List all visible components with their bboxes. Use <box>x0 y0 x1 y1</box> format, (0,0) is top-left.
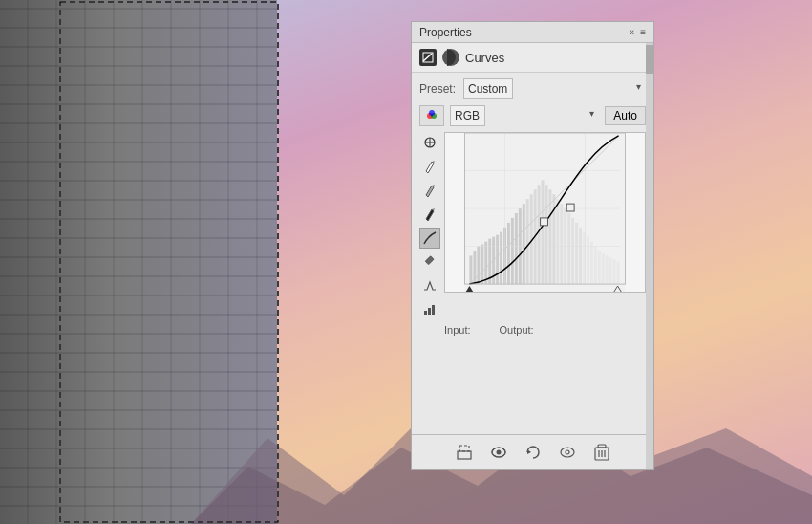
svg-rect-48 <box>587 237 589 284</box>
svg-rect-24 <box>496 235 499 284</box>
curve-control-point-lower[interactable] <box>566 204 574 211</box>
svg-rect-15 <box>432 305 435 315</box>
channel-row: RGB Auto <box>419 105 646 126</box>
auto-button[interactable]: Auto <box>605 106 646 125</box>
preset-select-wrapper: Custom <box>463 78 646 99</box>
svg-rect-49 <box>590 242 593 284</box>
svg-rect-25 <box>500 232 502 284</box>
toggle-visibility-button[interactable] <box>556 441 579 464</box>
preset-select[interactable]: Custom <box>463 78 513 99</box>
svg-rect-28 <box>511 218 514 284</box>
curve-control-point-upper[interactable] <box>541 218 548 226</box>
io-row: Input: Output: <box>419 324 646 336</box>
adjustment-icon <box>419 49 437 66</box>
sample-color-tool[interactable] <box>419 132 440 153</box>
svg-rect-31 <box>523 204 525 284</box>
panel-body: Preset: Custom RGB Auto <box>412 73 653 434</box>
svg-rect-32 <box>526 199 529 284</box>
delete-button[interactable] <box>590 441 613 464</box>
svg-rect-12 <box>425 256 434 265</box>
svg-rect-53 <box>606 255 609 284</box>
svg-rect-52 <box>602 253 605 284</box>
menu-icon[interactable]: ≡ <box>640 27 646 37</box>
svg-marker-70 <box>527 449 531 454</box>
smooth-curve-tool[interactable] <box>419 275 440 296</box>
collapse-icon[interactable]: « <box>630 27 635 37</box>
svg-rect-43 <box>567 213 570 284</box>
properties-panel: Properties « ≡ Curves Preset: Custom <box>411 21 654 470</box>
channel-select-wrapper: RGB <box>450 105 599 126</box>
svg-rect-27 <box>507 223 510 284</box>
svg-point-72 <box>566 450 569 454</box>
scrollbar-thumb[interactable] <box>646 45 653 74</box>
channel-select[interactable]: RGB <box>450 105 485 126</box>
output-label: Output: <box>500 324 534 336</box>
svg-rect-21 <box>484 242 487 284</box>
svg-point-68 <box>496 450 501 455</box>
input-label: Input: <box>444 324 471 336</box>
curves-toolbar <box>419 132 440 320</box>
svg-rect-36 <box>542 180 545 284</box>
svg-rect-77 <box>598 445 606 448</box>
svg-point-71 <box>561 448 574 457</box>
svg-rect-54 <box>609 257 612 284</box>
svg-rect-37 <box>545 185 548 284</box>
curves-label: Curves <box>465 51 504 65</box>
svg-rect-41 <box>560 204 563 284</box>
svg-rect-50 <box>594 247 597 285</box>
svg-rect-44 <box>571 218 574 284</box>
panel-footer <box>412 434 653 469</box>
panel-title-icons: « ≡ <box>630 27 646 37</box>
svg-rect-55 <box>613 259 616 284</box>
channel-icon-button[interactable] <box>419 105 444 126</box>
preset-row: Preset: Custom <box>419 78 646 99</box>
svg-point-8 <box>429 110 435 116</box>
white-point-eyedropper[interactable] <box>419 156 440 177</box>
curve-edit-tool[interactable] <box>419 228 440 249</box>
clip-to-layer-button[interactable] <box>453 441 476 464</box>
svg-rect-66 <box>459 446 469 451</box>
reset-button[interactable] <box>522 441 545 464</box>
svg-rect-19 <box>477 247 480 285</box>
panel-scrollbar[interactable] <box>646 43 653 469</box>
svg-rect-14 <box>428 308 431 315</box>
panel-header: Curves <box>412 43 653 73</box>
panel-title: Properties <box>419 26 472 39</box>
svg-rect-35 <box>538 185 541 284</box>
layer-mask-icon <box>442 49 459 66</box>
svg-rect-45 <box>575 223 578 284</box>
svg-line-5 <box>423 54 432 61</box>
panel-titlebar: Properties « ≡ <box>412 22 653 43</box>
svg-rect-65 <box>458 451 471 459</box>
show-histogram-tool[interactable] <box>419 299 440 320</box>
svg-rect-20 <box>481 245 483 285</box>
svg-rect-51 <box>598 251 601 285</box>
curves-graph[interactable] <box>444 132 646 293</box>
gray-point-eyedropper[interactable] <box>419 180 440 201</box>
svg-rect-13 <box>424 311 427 315</box>
svg-rect-56 <box>617 261 620 284</box>
view-previous-button[interactable] <box>487 441 510 464</box>
curves-main <box>419 132 646 320</box>
pencil-draw-tool[interactable] <box>419 251 440 273</box>
svg-rect-46 <box>579 228 582 284</box>
svg-rect-17 <box>469 255 472 284</box>
svg-rect-40 <box>556 199 559 284</box>
svg-rect-29 <box>515 213 518 284</box>
preset-label: Preset: <box>419 82 458 96</box>
black-point-eyedropper[interactable] <box>419 204 440 225</box>
